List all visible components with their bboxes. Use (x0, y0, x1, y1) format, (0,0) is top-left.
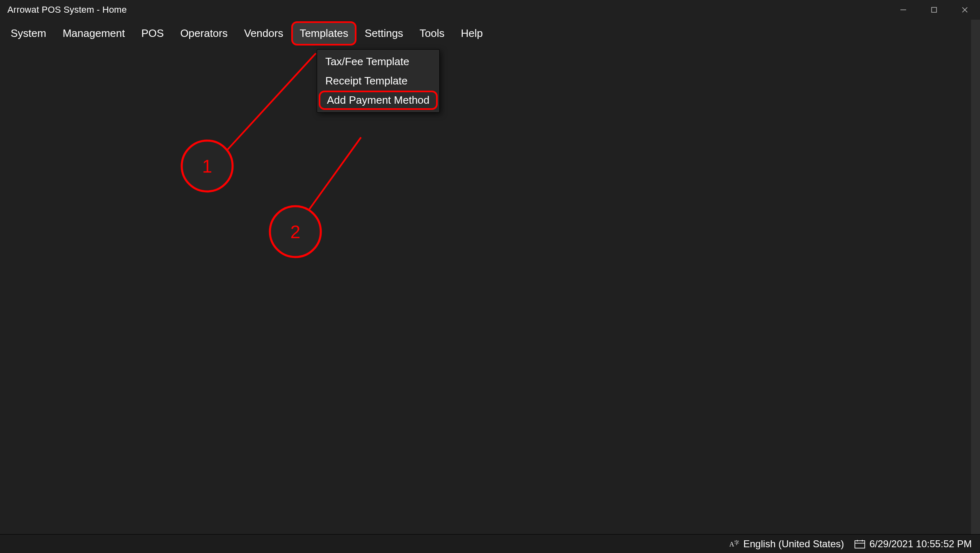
dropdown-tax-fee-template[interactable]: Tax/Fee Template (317, 52, 439, 71)
titlebar: Arrowat POS System - Home (0, 0, 980, 20)
status-language-label: English (United States) (743, 538, 844, 550)
maximize-icon (931, 7, 937, 13)
menu-system[interactable]: System (2, 21, 55, 46)
status-datetime[interactable]: 6/29/2021 10:55:52 PM (854, 538, 972, 550)
language-icon: A 字 (729, 539, 739, 548)
svg-line-5 (304, 137, 361, 217)
svg-line-4 (226, 53, 316, 152)
menu-pos[interactable]: POS (133, 21, 172, 46)
window-title: Arrowat POS System - Home (7, 5, 127, 15)
menubar: System Management POS Operators Vendors … (0, 20, 980, 46)
menu-settings[interactable]: Settings (356, 21, 411, 46)
svg-rect-1 (932, 7, 937, 12)
maximize-button[interactable] (918, 0, 949, 20)
menu-tools[interactable]: Tools (411, 21, 453, 46)
dropdown-add-payment-method[interactable]: Add Payment Method (319, 91, 438, 110)
svg-text:A: A (729, 541, 734, 548)
menu-vendors[interactable]: Vendors (236, 21, 291, 46)
menu-management[interactable]: Management (55, 21, 133, 46)
annotation-marker-1: 1 (202, 156, 212, 176)
minimize-button[interactable] (888, 0, 918, 20)
menu-help[interactable]: Help (453, 21, 491, 46)
menu-operators[interactable]: Operators (172, 21, 236, 46)
minimize-icon (900, 6, 907, 14)
templates-dropdown: Tax/Fee Template Receipt Template Add Pa… (317, 49, 440, 113)
menu-templates[interactable]: Templates (291, 21, 356, 46)
status-datetime-label: 6/29/2021 10:55:52 PM (869, 538, 972, 550)
svg-point-7 (270, 206, 321, 257)
statusbar: A 字 English (United States) 6/29/2021 10… (0, 534, 980, 553)
svg-point-6 (182, 141, 233, 191)
window-controls (888, 0, 980, 20)
svg-rect-10 (855, 541, 865, 548)
svg-text:字: 字 (734, 540, 739, 546)
dropdown-receipt-template[interactable]: Receipt Template (317, 71, 439, 91)
close-icon (961, 6, 969, 14)
annotation-marker-2: 2 (290, 222, 300, 242)
vertical-scrollbar[interactable] (971, 20, 980, 534)
close-button[interactable] (949, 0, 980, 20)
status-language[interactable]: A 字 English (United States) (729, 538, 844, 550)
calendar-icon (854, 539, 865, 548)
annotation-overlay: 1 2 (0, 0, 980, 553)
